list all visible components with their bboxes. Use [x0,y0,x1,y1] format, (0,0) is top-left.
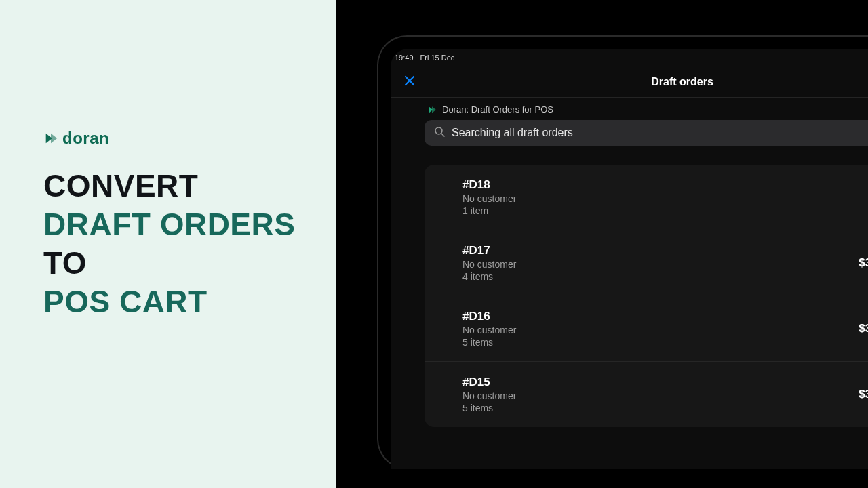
order-items: 4 items [462,271,516,282]
order-id: #D17 [462,244,516,258]
order-customer: No customer [462,390,516,401]
order-customer: No customer [462,193,516,204]
order-list: #D18 No customer 1 item $673.24 [425,165,868,427]
status-date: Fri 15 Dec [420,54,455,62]
order-items: 5 items [462,403,516,413]
headline-line-3: TO [43,244,336,283]
order-customer: No customer [462,325,516,336]
status-bar: 19:49 Fri 15 Dec @ 76% [391,49,868,66]
doran-logo-icon [43,131,58,146]
order-amount: $3,506.33 [859,256,868,270]
order-row[interactable]: #D17 No customer 4 items $3,506.33 [425,230,868,296]
app-label: Doran: Draft Orders for POS [425,98,868,120]
status-time: 19:49 [395,54,414,62]
order-row[interactable]: #D18 No customer 1 item $673.24 [425,165,868,230]
doran-app-icon [427,105,437,115]
app-label-text: Doran: Draft Orders for POS [442,104,553,115]
search-placeholder: Searching all draft orders [452,127,573,139]
search-icon [434,126,445,140]
promo-headline: CONVERT DRAFT ORDERS TO POS CART [43,167,336,321]
svg-line-1 [441,134,444,136]
order-row[interactable]: #D15 No customer 5 items $3,562.46 [425,362,868,427]
order-items: 5 items [462,337,516,348]
order-id: #D18 [462,178,516,192]
brand-name: doran [62,129,109,148]
stage: doran CONVERT DRAFT ORDERS TO POS CART 1… [0,0,868,488]
order-amount: $3,238.60 [859,322,868,336]
order-items: 1 item [462,205,516,216]
headline-line-1: CONVERT [43,167,336,205]
headline-line-4: POS CART [43,283,336,321]
order-id: #D16 [462,310,516,323]
status-left: 19:49 Fri 15 Dec [395,54,454,62]
promo-panel: doran CONVERT DRAFT ORDERS TO POS CART [0,0,336,488]
nav-bar: Draft orders [391,66,868,98]
device-panel: 19:49 Fri 15 Dec @ 76% [336,0,868,488]
screen-content: Doran: Draft Orders for POS Searching al… [391,98,868,427]
order-row[interactable]: #D16 No customer 5 items $3,238.60 [425,296,868,362]
order-customer: No customer [462,259,516,270]
search-input[interactable]: Searching all draft orders [425,120,868,146]
tablet-frame: 19:49 Fri 15 Dec @ 76% [377,35,868,469]
nav-title: Draft orders [651,76,713,88]
tablet-screen: 19:49 Fri 15 Dec @ 76% [391,49,868,469]
order-id: #D15 [462,375,516,389]
headline-line-2: DRAFT ORDERS [43,205,336,244]
close-button[interactable] [403,74,416,90]
close-icon [403,74,416,87]
order-amount: $3,562.46 [859,388,868,401]
brand-logo: doran [43,129,336,148]
